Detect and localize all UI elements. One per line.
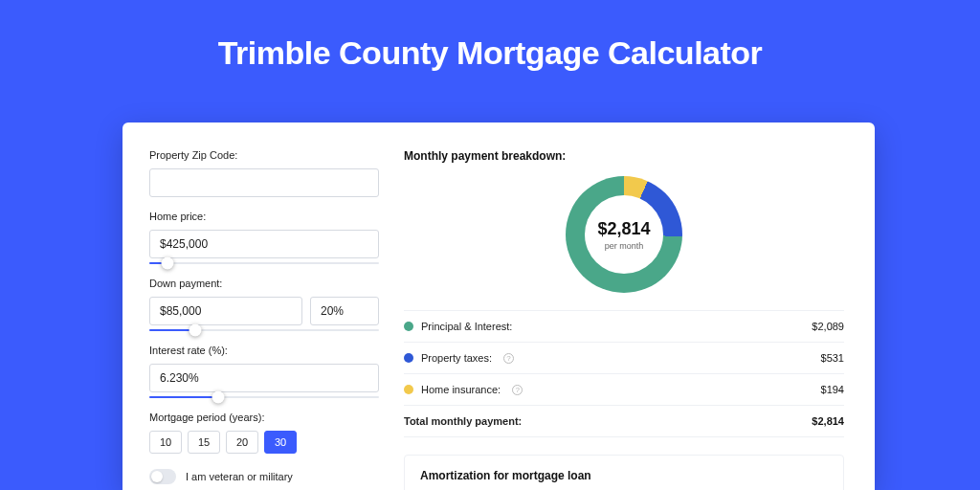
down-payment-label: Down payment: (149, 278, 379, 289)
down-payment-field: Down payment: (149, 278, 379, 331)
legend-value: $531 (821, 352, 844, 364)
slider-thumb-icon[interactable] (189, 324, 202, 337)
legend-dot-icon (404, 385, 413, 394)
period-option-15[interactable]: 15 (188, 431, 220, 454)
home-price-slider[interactable] (149, 262, 379, 264)
legend-row-principal: Principal & Interest: $2,089 (404, 311, 844, 343)
home-price-label: Home price: (149, 211, 379, 222)
legend-label-text: Principal & Interest: (421, 321, 512, 332)
period-segmented: 10 15 20 30 (149, 431, 379, 454)
breakdown-title: Monthly payment breakdown: (404, 149, 844, 163)
legend-value: $2,089 (812, 321, 844, 332)
interest-field: Interest rate (%): (149, 345, 379, 398)
period-option-20[interactable]: 20 (226, 431, 258, 454)
home-price-field: Home price: (149, 211, 379, 264)
down-payment-slider[interactable] (149, 329, 379, 331)
legend: Principal & Interest: $2,089 Property ta… (404, 310, 844, 437)
amortization-title: Amortization for mortgage loan (420, 469, 828, 482)
legend-label-text: Property taxes: (421, 352, 492, 364)
legend-label-text: Total monthly payment: (404, 415, 522, 427)
interest-input[interactable] (149, 364, 379, 392)
legend-value: $194 (821, 384, 844, 395)
zip-label: Property Zip Code: (149, 149, 379, 161)
veteran-label: I am veteran or military (186, 471, 293, 482)
period-label: Mortgage period (years): (149, 412, 379, 423)
home-price-input[interactable] (149, 230, 379, 258)
page-title: Trimble County Mortgage Calculator (0, 0, 980, 72)
legend-row-insurance: Home insurance: ? $194 (404, 374, 844, 406)
donut-chart: $2,814 per month (404, 176, 844, 293)
period-field: Mortgage period (years): 10 15 20 30 (149, 412, 379, 454)
info-icon[interactable]: ? (512, 385, 523, 395)
donut-sub: per month (605, 241, 644, 251)
legend-label-text: Home insurance: (421, 384, 501, 395)
down-payment-input[interactable] (149, 297, 302, 325)
zip-field: Property Zip Code: (149, 149, 379, 197)
legend-dot-icon (404, 322, 413, 331)
period-option-30[interactable]: 30 (264, 431, 297, 454)
period-option-10[interactable]: 10 (149, 431, 182, 454)
slider-thumb-icon[interactable] (162, 257, 174, 270)
interest-label: Interest rate (%): (149, 345, 379, 356)
zip-input[interactable] (149, 168, 379, 197)
legend-row-total: Total monthly payment: $2,814 (404, 406, 844, 437)
legend-dot-icon (404, 353, 413, 363)
donut-center: $2,814 per month (585, 195, 663, 274)
legend-row-taxes: Property taxes: ? $531 (404, 343, 844, 374)
donut-total: $2,814 (597, 219, 650, 239)
veteran-row: I am veteran or military (149, 469, 379, 484)
breakdown-column: Monthly payment breakdown: $2,814 per mo… (404, 149, 844, 490)
calculator-card: Property Zip Code: Home price: Down paym… (122, 122, 875, 490)
slider-thumb-icon[interactable] (212, 391, 225, 404)
down-payment-pct-input[interactable] (310, 297, 379, 325)
info-icon[interactable]: ? (503, 353, 514, 364)
amortization-card: Amortization for mortgage loan Amortizat… (404, 455, 844, 490)
interest-slider[interactable] (149, 396, 379, 398)
legend-value: $2,814 (812, 415, 844, 427)
form-column: Property Zip Code: Home price: Down paym… (149, 149, 379, 490)
veteran-toggle[interactable] (149, 469, 176, 484)
